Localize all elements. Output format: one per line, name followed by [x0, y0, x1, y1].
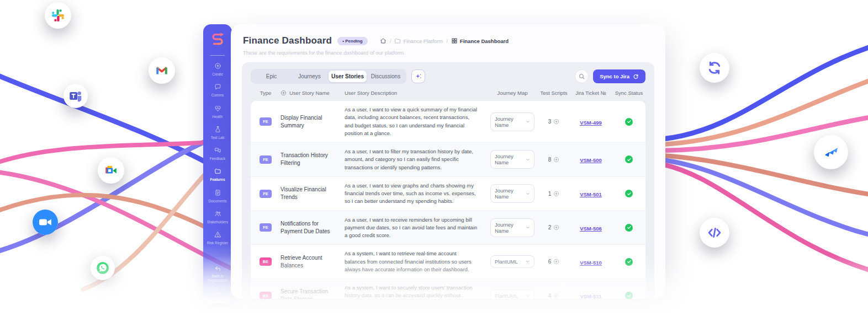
zoom-icon — [33, 210, 58, 235]
plus-circle-icon — [214, 62, 221, 71]
chevron-down-icon — [525, 293, 530, 298]
ai-sparkle-button[interactable] — [411, 69, 425, 83]
jira-ticket-link[interactable]: VSM-510 — [580, 260, 602, 266]
story-description: As a system, I want to securely store us… — [345, 284, 486, 299]
people-icon — [214, 210, 221, 218]
jira-ticket-link[interactable]: VSM-501 — [580, 191, 602, 197]
main-card: Finance Dashboard • Pending / Finance Pl… — [231, 24, 665, 299]
type-badge: BE — [260, 257, 272, 266]
flask-icon — [214, 126, 221, 134]
user-stories-table: FE Display Financial Summary As a user, … — [251, 101, 645, 299]
sidebar-item-label: Comms — [211, 93, 224, 98]
add-test-script-icon[interactable] — [553, 224, 559, 230]
journey-map-select[interactable]: PlantUML — [490, 289, 534, 299]
sidebar-item-back-to-organization[interactable]: Back to Organization — [203, 262, 232, 286]
sidebar-item-label: Stakeholders — [207, 220, 228, 224]
story-name: Transaction History Filtering — [280, 152, 345, 167]
type-badge: BE — [260, 292, 272, 299]
jira-ticket-link[interactable]: VSM-511 — [580, 293, 601, 299]
breadcrumb-folder[interactable]: Finance Platform — [394, 37, 443, 44]
story-name: Visualize Financial Trends — [280, 186, 345, 201]
test-script-count: 2 — [548, 224, 552, 230]
table-header: Type User Story Name User Story Descript… — [251, 84, 645, 101]
add-test-script-icon[interactable] — [553, 293, 559, 299]
sidebar-item-risk-register[interactable]: Risk Register — [203, 228, 232, 249]
story-name: Secure Transaction Data Storage — [280, 288, 345, 299]
journey-map-select[interactable]: Journey Name — [490, 218, 534, 237]
search-button[interactable] — [575, 69, 589, 83]
folder-icon — [394, 37, 401, 44]
col-journey-map: Journey Map — [486, 90, 538, 96]
col-user-story-name: User Story Name — [280, 90, 345, 96]
refresh-icon — [633, 73, 639, 79]
slack-icon — [45, 2, 71, 29]
content-panel: EpicJourneysUser StoriesDiscussions Sync… — [242, 62, 654, 299]
tab-bar: EpicJourneysUser StoriesDiscussions — [251, 69, 406, 84]
sync-status-icon — [625, 292, 633, 299]
sync-status-icon — [625, 155, 633, 163]
journey-map-select[interactable]: PlantUML — [490, 255, 534, 268]
jira-icon — [814, 135, 848, 169]
sidebar-item-label: Back to Organization — [204, 274, 231, 283]
sidebar-item-test-lab[interactable]: Test Lab — [203, 122, 232, 143]
breadcrumb-current[interactable]: Finance Dashboard — [451, 37, 509, 44]
sidebar-item-label: Documents — [209, 199, 227, 203]
sidebar-item-documents[interactable]: Documents — [203, 186, 232, 207]
marketing-screenshot: Create Comms Health Test Lab Feedback Fe… — [0, 0, 868, 322]
feedback-icon — [214, 147, 221, 155]
app-logo-icon[interactable] — [209, 24, 226, 54]
chat-icon — [214, 83, 221, 92]
col-user-story-description: User Story Description — [345, 90, 486, 96]
sidebar-item-label: Feedback — [210, 157, 226, 161]
sync-to-jira-button[interactable]: Sync to Jira — [593, 69, 645, 83]
test-script-count: 1 — [548, 191, 552, 197]
sidebar-item-health[interactable]: Health — [203, 101, 232, 122]
journey-map-select[interactable]: Journey Name — [490, 150, 534, 169]
story-description: As a user, I want to view graphs and cha… — [345, 182, 486, 206]
add-test-script-icon[interactable] — [553, 191, 559, 197]
breadcrumb-home[interactable] — [380, 37, 387, 44]
jira-ticket-link[interactable]: VSM-499 — [580, 120, 602, 126]
tab-user-stories[interactable]: User Stories — [329, 71, 367, 82]
home-icon — [380, 37, 387, 44]
chevron-down-icon — [526, 157, 530, 162]
tab-discussions[interactable]: Discussions — [367, 71, 405, 82]
story-description: As a user, I want to receive reminders f… — [345, 216, 486, 240]
sidebar-item-label: Test Lab — [211, 136, 225, 140]
journey-map-select[interactable]: Journey Name — [490, 184, 534, 203]
jira-ticket-link[interactable]: VSM-506 — [580, 226, 602, 232]
tab-journeys[interactable]: Journeys — [290, 71, 329, 82]
jira-ticket-link[interactable]: VSM-500 — [580, 157, 602, 163]
back-arrow-icon — [214, 265, 221, 272]
journey-map-select[interactable]: Journey Name — [490, 112, 534, 131]
col-test-scripts: Test Scripts — [538, 90, 569, 96]
sync-status-icon — [625, 258, 633, 266]
whatsapp-icon — [91, 256, 115, 280]
divider — [210, 55, 225, 56]
table-row: FE Notifications for Payment Due Dates A… — [251, 211, 645, 245]
sidebar-item-create[interactable]: Create — [203, 59, 232, 80]
type-badge: FE — [260, 223, 272, 232]
gmail-icon — [149, 57, 175, 84]
sidebar-item-feedback[interactable]: Feedback — [203, 143, 232, 164]
warning-icon — [214, 231, 221, 239]
add-test-script-icon[interactable] — [553, 157, 559, 163]
grid-icon — [451, 37, 458, 44]
tab-epic[interactable]: Epic — [252, 71, 290, 82]
logout-icon[interactable] — [203, 286, 232, 300]
story-description: As a system, I want to retrieve real-tim… — [345, 250, 486, 273]
sync-icon — [700, 53, 729, 83]
add-test-script-icon[interactable] — [553, 119, 559, 125]
sidebar-item-comms[interactable]: Comms — [203, 80, 232, 101]
sync-status-icon — [625, 118, 633, 126]
sidebar-item-stakeholders[interactable]: Stakeholders — [203, 207, 232, 228]
col-type: Type — [251, 90, 280, 96]
add-test-script-icon[interactable] — [553, 259, 559, 265]
add-column-icon — [280, 90, 287, 96]
breadcrumb: / Finance Platform / Finance Dashboard — [380, 37, 509, 44]
sidebar-item-features[interactable]: Features — [203, 164, 232, 185]
page-subtitle: These are the requirements for the finan… — [243, 50, 653, 56]
chevron-down-icon — [526, 119, 530, 124]
search-icon — [578, 73, 585, 80]
code-icon — [700, 218, 729, 248]
